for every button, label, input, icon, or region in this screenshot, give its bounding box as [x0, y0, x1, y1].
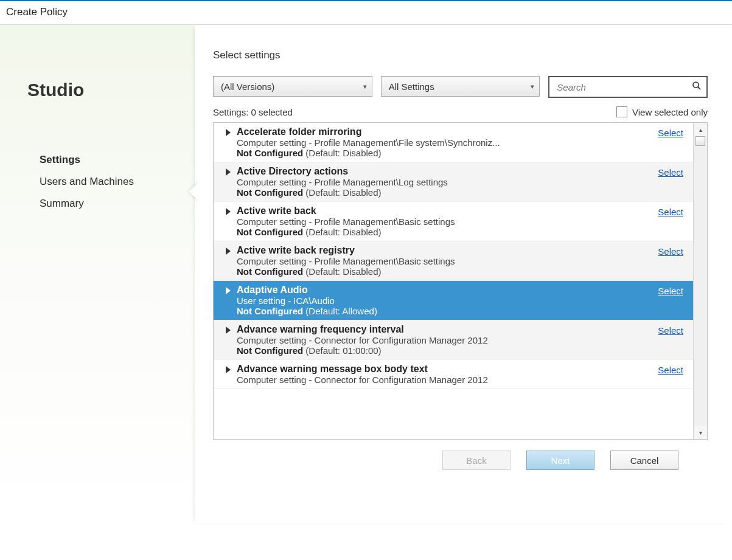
svg-line-1 [698, 87, 700, 89]
select-link[interactable]: Select [658, 325, 683, 336]
setting-path: Computer setting - Profile Management\Lo… [237, 177, 687, 187]
svg-point-0 [693, 82, 699, 88]
expand-icon[interactable] [226, 168, 231, 176]
wizard-step[interactable]: Settings [40, 149, 183, 171]
setting-path: Computer setting - Connector for Configu… [237, 375, 687, 385]
setting-title: Accelerate folder mirroring [237, 126, 687, 137]
setting-path: Computer setting - Profile Management\Ba… [237, 216, 687, 227]
setting-path: Computer setting - Profile Management\Fi… [237, 137, 687, 148]
setting-state: Not Configured (Default: Allowed) [237, 306, 687, 316]
setting-title: Active Directory actions [237, 166, 687, 177]
view-selected-only-label: View selected only [632, 107, 708, 117]
chevron-down-icon: ▾ [531, 83, 534, 91]
wizard-step[interactable]: Summary [40, 193, 183, 215]
setting-title: Active write back registry [237, 245, 687, 256]
select-link[interactable]: Select [658, 167, 683, 178]
setting-row[interactable]: Adaptive AudioUser setting - ICA\AudioNo… [214, 281, 693, 320]
window-title: Create Policy [0, 0, 732, 25]
filter-row: (All Versions) ▾ All Settings ▾ [213, 76, 708, 98]
back-button[interactable]: Back [442, 451, 511, 470]
wizard-footer: Back Next Cancel [213, 440, 708, 470]
wizard-step[interactable]: Users and Machines [40, 171, 183, 193]
dialog-body: Studio SettingsUsers and MachinesSummary… [0, 25, 732, 524]
setting-row[interactable]: Active Directory actionsComputer setting… [214, 162, 693, 202]
version-combo[interactable]: (All Versions) ▾ [213, 76, 372, 97]
select-link[interactable]: Select [658, 207, 683, 217]
scroll-thumb[interactable] [695, 136, 705, 146]
settings-count: 0 selected [251, 107, 293, 117]
scroll-track[interactable] [694, 136, 707, 426]
setting-row[interactable]: Active write backComputer setting - Prof… [214, 202, 693, 241]
category-combo[interactable]: All Settings ▾ [381, 76, 540, 97]
scroll-up-button[interactable]: ▴ [694, 123, 707, 136]
version-combo-value: (All Versions) [221, 81, 274, 92]
setting-state: Not Configured (Default: Disabled) [237, 148, 687, 158]
active-step-pointer-icon [189, 182, 200, 201]
expand-icon[interactable] [226, 208, 231, 215]
setting-row[interactable]: Advance warning frequency intervalComput… [214, 320, 693, 360]
setting-row[interactable]: Advance warning message box body textCom… [214, 360, 693, 389]
expand-icon[interactable] [226, 366, 231, 373]
setting-state: Not Configured (Default: Disabled) [237, 187, 687, 198]
settings-label: Settings: [213, 107, 248, 117]
expand-icon[interactable] [226, 129, 231, 136]
search-box[interactable] [548, 76, 708, 98]
expand-icon[interactable] [226, 327, 231, 334]
setting-row[interactable]: Active write back registryComputer setti… [214, 241, 693, 281]
setting-title: Advance warning message box body text [237, 364, 687, 375]
brand-label: Studio [27, 80, 183, 100]
setting-title: Advance warning frequency interval [237, 324, 687, 335]
search-input[interactable] [556, 81, 692, 93]
scrollbar[interactable]: ▴ ▾ [693, 123, 707, 439]
settings-meta-row: Settings: 0 selected View selected only [213, 106, 708, 117]
expand-icon[interactable] [226, 247, 231, 255]
panel-heading: Select settings [213, 49, 708, 61]
settings-list[interactable]: Accelerate folder mirroringComputer sett… [214, 123, 693, 439]
search-icon[interactable] [692, 81, 702, 93]
setting-title: Active write back [237, 206, 687, 216]
scroll-down-button[interactable]: ▾ [694, 426, 707, 439]
category-combo-value: All Settings [389, 81, 434, 92]
select-link[interactable]: Select [658, 128, 683, 138]
cancel-button[interactable]: Cancel [610, 451, 678, 470]
setting-title: Adaptive Audio [237, 285, 687, 296]
setting-state: Not Configured (Default: Disabled) [237, 227, 687, 237]
select-link[interactable]: Select [658, 286, 683, 296]
setting-path: Computer setting - Connector for Configu… [237, 335, 687, 345]
view-selected-only-checkbox[interactable] [616, 106, 627, 117]
setting-state: Not Configured (Default: 01:00:00) [237, 345, 687, 356]
settings-list-frame: Accelerate folder mirroringComputer sett… [213, 122, 708, 440]
setting-row[interactable]: Accelerate folder mirroringComputer sett… [214, 123, 693, 162]
setting-path: User setting - ICA\Audio [237, 296, 687, 306]
select-link[interactable]: Select [658, 365, 683, 375]
setting-state: Not Configured (Default: Disabled) [237, 266, 687, 277]
sidebar: Studio SettingsUsers and MachinesSummary [0, 25, 195, 524]
expand-icon[interactable] [226, 287, 231, 294]
next-button[interactable]: Next [526, 451, 594, 470]
main-panel: Select settings (All Versions) ▾ All Set… [195, 25, 732, 524]
select-link[interactable]: Select [658, 246, 683, 257]
wizard-steps: SettingsUsers and MachinesSummary [27, 149, 183, 215]
chevron-down-icon: ▾ [363, 83, 367, 91]
setting-path: Computer setting - Profile Management\Ba… [237, 256, 687, 266]
